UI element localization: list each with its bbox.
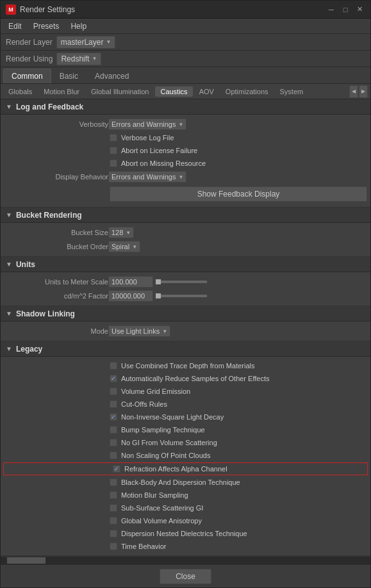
- legacy-checkbox-label-10: Motion Blur Sampling: [121, 491, 188, 499]
- log-and-feedback-header[interactable]: ▼ Log and Feedback: [1, 99, 370, 115]
- render-using-dropdown[interactable]: Redshift ▼: [56, 53, 101, 65]
- legacy-checkbox-row-2: Volume Grid Emission: [1, 385, 370, 398]
- units-to-meter-input[interactable]: [108, 276, 153, 288]
- legacy-checkbox-7[interactable]: [110, 452, 117, 459]
- tab-basic[interactable]: Basic: [51, 69, 87, 83]
- legacy-checkbox-label-8: Refraction Affects Alpha Channel: [124, 465, 227, 473]
- units-content: Units to Meter Scale cd/m^2 Factor: [1, 272, 370, 306]
- display-behavior-value-area: Errors and Warnings ▼: [108, 171, 365, 183]
- legacy-checkbox-2[interactable]: [110, 388, 117, 395]
- show-feedback-button[interactable]: Show Feedback Display: [110, 186, 367, 202]
- shadow-linking-header[interactable]: ▼ Shadow Linking: [1, 306, 370, 322]
- legacy-checkbox-row-11: Sub-Surface Scattering GI: [1, 502, 370, 514]
- minimize-button[interactable]: ─: [326, 4, 337, 15]
- bucket-order-value-area: Spiral ▼: [108, 241, 365, 252]
- legacy-checkbox-row-13: Dispersion Nested Dielectrics Technique: [1, 527, 370, 540]
- sub-tab-global-illumination[interactable]: Global Illumination: [86, 86, 154, 97]
- sub-tab-prev-button[interactable]: ◀: [349, 85, 358, 98]
- verbosity-value-area: Errors and Warnings ▼: [108, 118, 365, 130]
- display-behavior-row: Display Behavior Errors and Warnings ▼: [1, 170, 370, 184]
- log-section-title: Log and Feedback: [16, 102, 83, 111]
- content-area[interactable]: ▼ Log and Feedback Verbosity Errors and …: [1, 99, 370, 557]
- bucket-size-arrow-icon: ▼: [126, 230, 131, 236]
- legacy-checkbox-3[interactable]: [110, 400, 117, 408]
- legacy-checkbox-8[interactable]: [113, 465, 120, 473]
- abort-missing-checkbox[interactable]: [110, 159, 117, 167]
- legacy-checkbox-10[interactable]: [110, 491, 117, 499]
- sub-tab-optimizations[interactable]: Optimizations: [220, 86, 274, 97]
- legacy-checkbox-row-10: Motion Blur Sampling: [1, 489, 370, 502]
- verbose-log-checkbox[interactable]: [110, 134, 117, 142]
- close-window-button[interactable]: ✕: [354, 4, 365, 15]
- legacy-checkbox-row-8: Refraction Affects Alpha Channel: [3, 462, 368, 475]
- legacy-checkbox-14[interactable]: [110, 543, 117, 550]
- shadow-section-arrow-icon: ▼: [6, 310, 12, 317]
- window-title: Render Settings: [20, 5, 326, 14]
- sub-tab-system[interactable]: System: [275, 86, 309, 97]
- verbosity-arrow-icon: ▼: [178, 122, 183, 127]
- sub-tab-globals[interactable]: Globals: [3, 86, 37, 97]
- legacy-checkbox-label-14: Time Behavior: [121, 543, 167, 550]
- shadow-mode-label: Mode: [6, 327, 108, 335]
- sub-tabs-row: Globals Motion Blur Global Illumination …: [1, 84, 370, 99]
- bucket-rendering-content: Bucket Size 128 ▼ Bucket Order Spiral ▼: [1, 223, 370, 256]
- legacy-checkbox-row-3: Cut-Offs Rules: [1, 398, 370, 411]
- abort-license-checkbox[interactable]: [110, 147, 117, 154]
- sub-tab-motion-blur[interactable]: Motion Blur: [38, 86, 85, 97]
- render-using-arrow-icon: ▼: [92, 56, 97, 61]
- display-behavior-value: Errors and Warnings: [111, 173, 176, 181]
- units-section-arrow-icon: ▼: [6, 261, 12, 268]
- units-header[interactable]: ▼ Units: [1, 257, 370, 272]
- legacy-checkbox-12[interactable]: [110, 517, 117, 525]
- legacy-checkbox-label-6: No GI From Volume Scattering: [121, 439, 217, 446]
- sub-tab-next-button[interactable]: ▶: [359, 85, 368, 98]
- units-section-title: Units: [16, 260, 35, 269]
- tab-advanced[interactable]: Advanced: [87, 69, 137, 83]
- render-layer-dropdown[interactable]: masterLayer ▼: [56, 36, 116, 49]
- app-icon: M: [6, 4, 16, 15]
- menu-presets[interactable]: Presets: [28, 20, 65, 32]
- legacy-checkbox-5[interactable]: [110, 426, 117, 434]
- shadow-mode-row: Mode Use Light Links ▼: [1, 324, 370, 338]
- title-bar: M Render Settings ─ □ ✕: [1, 1, 370, 19]
- bucket-size-dropdown[interactable]: 128 ▼: [108, 227, 134, 238]
- legacy-checkbox-1[interactable]: [110, 375, 117, 382]
- maximize-button[interactable]: □: [340, 4, 351, 15]
- horizontal-scrollbar[interactable]: [1, 557, 370, 564]
- legacy-checkbox-6[interactable]: [110, 439, 117, 446]
- legacy-header[interactable]: ▼ Legacy: [1, 341, 370, 357]
- render-layer-label: Render Layer: [6, 38, 53, 47]
- legacy-checkbox-4[interactable]: [110, 413, 117, 421]
- shadow-mode-dropdown[interactable]: Use Light Links ▼: [108, 325, 170, 337]
- legacy-checkbox-row-14: Time Behavior: [1, 540, 370, 553]
- legacy-checkbox-row-4: Non-Inverse-Square Light Decay: [1, 411, 370, 423]
- display-behavior-dropdown[interactable]: Errors and Warnings ▼: [108, 171, 186, 183]
- cd-m2-input[interactable]: [108, 290, 153, 302]
- legacy-checkbox-0[interactable]: [110, 362, 117, 370]
- legacy-checkbox-11[interactable]: [110, 504, 117, 512]
- legacy-checkbox-label-4: Non-Inverse-Square Light Decay: [121, 413, 224, 421]
- legacy-section-title: Legacy: [16, 345, 42, 354]
- menu-bar: Edit Presets Help: [1, 19, 370, 34]
- scrollbar-thumb-horizontal[interactable]: [7, 557, 45, 564]
- sub-tab-aov[interactable]: AOV: [194, 86, 219, 97]
- legacy-checkbox-row-0: Use Combined Trace Depth from Materials: [1, 359, 370, 372]
- bucket-rendering-header[interactable]: ▼ Bucket Rendering: [1, 208, 370, 223]
- bucket-size-value: 128: [111, 229, 123, 236]
- menu-edit[interactable]: Edit: [3, 20, 27, 32]
- cd-m2-slider[interactable]: [156, 295, 207, 297]
- units-to-meter-row: Units to Meter Scale: [1, 275, 370, 289]
- units-to-meter-slider[interactable]: [156, 281, 207, 283]
- verbosity-dropdown[interactable]: Errors and Warnings ▼: [108, 118, 186, 130]
- abort-license-row: Abort on License Failure: [1, 144, 370, 157]
- sub-tab-caustics[interactable]: Caustics: [155, 86, 192, 97]
- close-button[interactable]: Close: [160, 569, 211, 584]
- legacy-checkbox-9[interactable]: [110, 478, 117, 486]
- bucket-order-dropdown[interactable]: Spiral ▼: [108, 241, 140, 252]
- verbosity-value: Errors and Warnings: [111, 120, 176, 128]
- tab-common[interactable]: Common: [3, 69, 51, 83]
- display-behavior-arrow-icon: ▼: [178, 174, 183, 180]
- legacy-checkbox-label-3: Cut-Offs Rules: [121, 400, 167, 408]
- menu-help[interactable]: Help: [65, 20, 92, 32]
- legacy-checkbox-13[interactable]: [110, 530, 117, 537]
